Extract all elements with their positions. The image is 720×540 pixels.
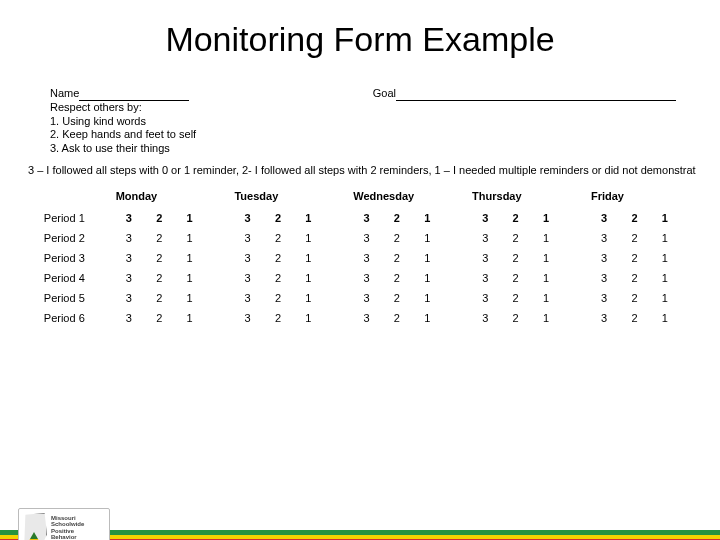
score-cell: 3 bbox=[470, 208, 500, 228]
gap-cell bbox=[680, 228, 708, 248]
badge-line: Positive bbox=[51, 528, 84, 535]
score-cell: 2 bbox=[144, 208, 174, 228]
score-cell: 2 bbox=[382, 308, 412, 328]
score-cell: 1 bbox=[412, 308, 442, 328]
gap-cell bbox=[205, 288, 233, 308]
score-cell: 2 bbox=[144, 248, 174, 268]
score-cell: 2 bbox=[144, 288, 174, 308]
score-cell: 3 bbox=[232, 268, 262, 288]
badge-line: Behavior bbox=[51, 534, 84, 540]
score-cell: 2 bbox=[263, 248, 293, 268]
score-cell: 1 bbox=[650, 308, 680, 328]
score-cell: 3 bbox=[589, 308, 619, 328]
score-cell: 3 bbox=[114, 308, 144, 328]
score-cell: 1 bbox=[174, 288, 204, 308]
score-cell: 3 bbox=[114, 248, 144, 268]
gap-cell bbox=[561, 268, 589, 288]
gap-cell bbox=[324, 268, 352, 288]
gap-cell bbox=[561, 308, 589, 328]
rule-1: 1. Using kind words bbox=[50, 115, 196, 129]
badge-line: Schoolwide bbox=[51, 521, 84, 528]
gap-cell bbox=[324, 208, 352, 228]
slide: Monitoring Form Example Name Respect oth… bbox=[0, 20, 720, 540]
period-label: Period 2 bbox=[42, 228, 114, 248]
score-cell: 1 bbox=[412, 208, 442, 228]
period-label: Period 1 bbox=[42, 208, 114, 228]
score-cell: 3 bbox=[232, 228, 262, 248]
score-cell: 3 bbox=[351, 208, 381, 228]
score-cell: 2 bbox=[500, 288, 530, 308]
table-row: Period 5321321321321321 bbox=[28, 288, 708, 308]
score-cell: 1 bbox=[293, 268, 323, 288]
score-cell: 2 bbox=[382, 248, 412, 268]
table-row: Period 6321321321321321 bbox=[28, 308, 708, 328]
respect-heading: Respect others by: bbox=[50, 101, 196, 115]
score-cell: 3 bbox=[232, 208, 262, 228]
meta-block: Name Respect others by: 1. Using kind wo… bbox=[0, 87, 720, 156]
rule-3: 3. Ask to use their things bbox=[50, 142, 196, 156]
row-stub bbox=[28, 248, 42, 268]
gap-cell bbox=[442, 308, 470, 328]
score-cell: 1 bbox=[174, 208, 204, 228]
score-cell: 2 bbox=[382, 228, 412, 248]
table-row: Period 4321321321321321 bbox=[28, 268, 708, 288]
period-label: Period 5 bbox=[42, 288, 114, 308]
score-cell: 3 bbox=[232, 288, 262, 308]
gap-cell bbox=[442, 208, 470, 228]
score-cell: 3 bbox=[470, 248, 500, 268]
page-title: Monitoring Form Example bbox=[0, 20, 720, 59]
period-label: Period 6 bbox=[42, 308, 114, 328]
score-cell: 2 bbox=[619, 268, 649, 288]
gap-cell bbox=[680, 208, 708, 228]
goal-label: Goal bbox=[373, 87, 396, 99]
score-cell: 3 bbox=[351, 288, 381, 308]
gap-cell bbox=[561, 228, 589, 248]
name-row: Name bbox=[50, 87, 196, 101]
score-cell: 1 bbox=[293, 308, 323, 328]
score-cell: 3 bbox=[589, 288, 619, 308]
score-cell: 2 bbox=[500, 208, 530, 228]
score-cell: 1 bbox=[174, 308, 204, 328]
score-cell: 3 bbox=[589, 228, 619, 248]
score-cell: 1 bbox=[174, 228, 204, 248]
table-row: Period 3321321321321321 bbox=[28, 248, 708, 268]
score-cell: 1 bbox=[650, 228, 680, 248]
gap-cell bbox=[561, 248, 589, 268]
score-cell: 2 bbox=[619, 288, 649, 308]
day-header: Thursday bbox=[470, 186, 561, 208]
gap-cell bbox=[680, 308, 708, 328]
table-head: Monday Tuesday Wednesday Thursday Friday bbox=[28, 186, 708, 208]
score-cell: 3 bbox=[351, 248, 381, 268]
day-header: Tuesday bbox=[232, 186, 323, 208]
score-cell: 1 bbox=[531, 268, 561, 288]
day-header: Wednesday bbox=[351, 186, 442, 208]
score-cell: 2 bbox=[619, 248, 649, 268]
score-cell: 1 bbox=[293, 288, 323, 308]
score-cell: 3 bbox=[589, 248, 619, 268]
score-table: Monday Tuesday Wednesday Thursday Friday… bbox=[28, 186, 708, 328]
gap-cell bbox=[324, 288, 352, 308]
score-cell: 3 bbox=[470, 308, 500, 328]
score-cell: 1 bbox=[531, 248, 561, 268]
score-cell: 3 bbox=[470, 268, 500, 288]
score-cell: 2 bbox=[144, 228, 174, 248]
row-stub bbox=[28, 228, 42, 248]
table-row: Period 1321321321321321 bbox=[28, 208, 708, 228]
score-cell: 1 bbox=[531, 288, 561, 308]
gap-cell bbox=[442, 248, 470, 268]
score-cell: 2 bbox=[382, 288, 412, 308]
score-cell: 1 bbox=[174, 248, 204, 268]
gap-cell bbox=[205, 308, 233, 328]
score-cell: 2 bbox=[263, 268, 293, 288]
score-cell: 1 bbox=[293, 228, 323, 248]
table-body: Period 1321321321321321Period 2321321321… bbox=[28, 208, 708, 328]
score-cell: 3 bbox=[114, 228, 144, 248]
score-cell: 2 bbox=[619, 228, 649, 248]
score-cell: 2 bbox=[500, 228, 530, 248]
score-cell: 3 bbox=[351, 308, 381, 328]
gap-cell bbox=[561, 208, 589, 228]
score-cell: 2 bbox=[144, 308, 174, 328]
gap-cell bbox=[561, 288, 589, 308]
org-badge: Missouri Schoolwide Positive Behavior Su… bbox=[18, 508, 110, 540]
gap-cell bbox=[324, 248, 352, 268]
